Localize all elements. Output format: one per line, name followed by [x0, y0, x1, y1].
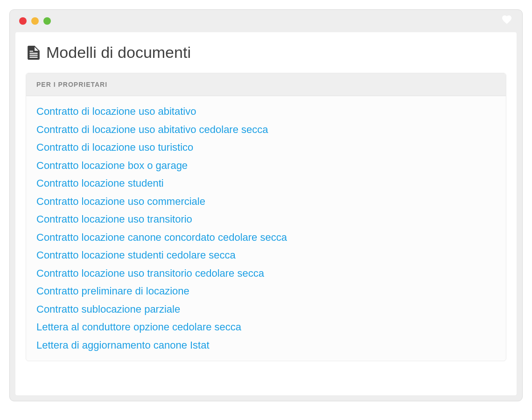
document-link[interactable]: Contratto preliminare di locazione: [36, 282, 496, 301]
document-link[interactable]: Contratto locazione uso transitorio: [36, 210, 496, 229]
close-window-button[interactable]: [19, 17, 27, 25]
titlebar: [10, 10, 522, 32]
document-link[interactable]: Contratto sublocazione parziale: [36, 301, 496, 319]
document-link[interactable]: Contratto locazione uso transitorio cedo…: [36, 265, 496, 283]
page-header: Modelli di documenti: [15, 32, 517, 73]
app-window: Modelli di documenti PER I PROPRIETARI C…: [9, 9, 523, 401]
document-link[interactable]: Contratto di locazione uso abitativo ced…: [36, 121, 496, 139]
document-link[interactable]: Contratto di locazione uso turistico: [36, 139, 496, 157]
heart-icon: [501, 14, 513, 28]
panel-header: PER I PROPRIETARI: [26, 73, 506, 96]
document-link[interactable]: Lettera di aggiornamento canone Istat: [36, 336, 496, 355]
page-title: Modelli di documenti: [46, 43, 191, 62]
content-area: Modelli di documenti PER I PROPRIETARI C…: [15, 32, 517, 395]
document-link[interactable]: Contratto di locazione uso abitativo: [36, 103, 496, 121]
document-link[interactable]: Contratto locazione canone concordato ce…: [36, 229, 496, 247]
documents-panel: PER I PROPRIETARI Contratto di locazione…: [26, 73, 506, 361]
window-controls: [19, 17, 51, 25]
document-link[interactable]: Contratto locazione uso commerciale: [36, 193, 496, 211]
minimize-window-button[interactable]: [31, 17, 39, 25]
document-link[interactable]: Contratto locazione studenti: [36, 175, 496, 193]
document-link[interactable]: Contratto locazione studenti cedolare se…: [36, 246, 496, 265]
section-heading: PER I PROPRIETARI: [36, 81, 496, 88]
documents-list: Contratto di locazione uso abitativo Con…: [26, 96, 506, 361]
document-link[interactable]: Contratto locazione box o garage: [36, 157, 496, 175]
document-icon: [28, 46, 40, 60]
document-link[interactable]: Lettera al conduttore opzione cedolare s…: [36, 318, 496, 336]
maximize-window-button[interactable]: [43, 17, 51, 25]
